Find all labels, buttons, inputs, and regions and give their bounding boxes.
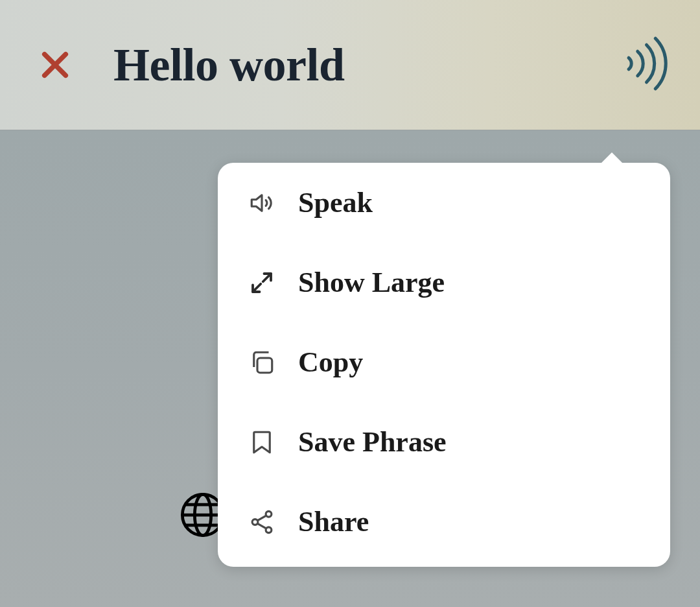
header: Hello world (0, 0, 700, 130)
menu-label: Speak (298, 186, 373, 219)
share-icon (246, 506, 277, 538)
svg-rect-7 (257, 358, 272, 373)
speaker-icon (246, 187, 277, 219)
menu-item-save-phrase[interactable]: Save Phrase (218, 402, 670, 482)
context-menu: Speak Show Large Copy (218, 163, 670, 567)
copy-icon (246, 347, 277, 378)
nfc-icon (619, 31, 671, 96)
page-title: Hello world (113, 38, 344, 92)
svg-line-12 (257, 523, 266, 529)
svg-point-8 (266, 511, 272, 517)
menu-item-copy[interactable]: Copy (218, 322, 670, 402)
svg-line-11 (257, 516, 266, 521)
menu-label: Share (298, 505, 369, 538)
close-icon (37, 47, 73, 83)
svg-point-9 (252, 519, 258, 525)
menu-item-speak[interactable]: Speak (218, 163, 670, 243)
bookmark-icon (246, 427, 277, 458)
menu-item-show-large[interactable]: Show Large (218, 243, 670, 322)
close-button[interactable] (32, 42, 78, 88)
menu-item-share[interactable]: Share (218, 482, 670, 567)
expand-icon (246, 267, 277, 298)
content-area: Speak Show Large Copy (0, 130, 700, 607)
svg-point-10 (266, 527, 272, 532)
menu-label: Save Phrase (298, 425, 447, 458)
menu-label: Copy (298, 346, 363, 379)
nfc-button[interactable] (619, 31, 671, 99)
popup-arrow (600, 152, 624, 164)
menu-label: Show Large (298, 266, 445, 299)
